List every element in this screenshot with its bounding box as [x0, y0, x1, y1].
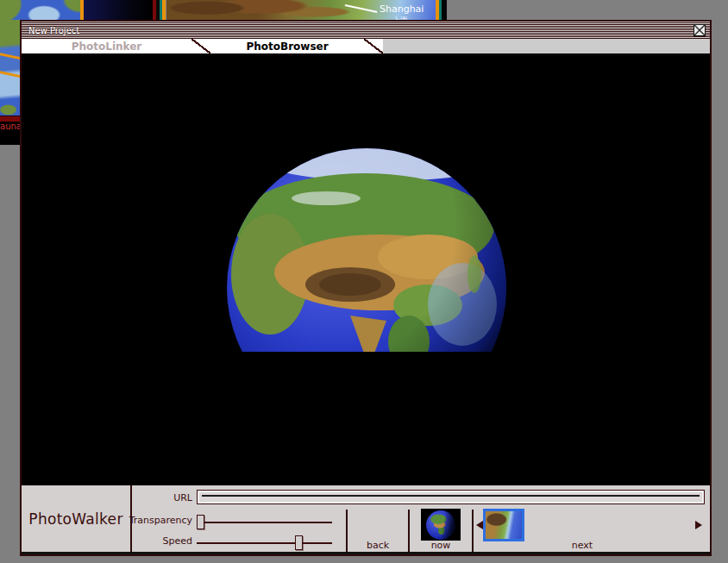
tab-strip-filler: [383, 39, 710, 53]
speed-label: Speed: [134, 535, 192, 547]
desktop: Shanghai 上海 auna New Project PhotoLinker…: [0, 0, 728, 563]
next-arrow-icon[interactable]: [695, 521, 702, 529]
speed-slider-thumb[interactable]: [295, 535, 303, 550]
close-button[interactable]: [693, 24, 706, 36]
background-caption: auna: [0, 122, 21, 145]
map-orange-line-b: [0, 70, 21, 78]
background-dark-strip: [84, 0, 153, 20]
tab-divider-2: [364, 39, 383, 53]
now-button[interactable]: now: [410, 540, 472, 551]
map-label-shanghai: Shanghai: [380, 3, 424, 15]
tab-photolinker[interactable]: PhotoLinker: [22, 39, 191, 53]
speed-slider-track[interactable]: [197, 542, 332, 544]
background-map-terrain: Shanghai 上海: [166, 0, 436, 20]
url-label: URL: [134, 492, 192, 504]
globe-photo[interactable]: [223, 145, 511, 352]
background-red-band: [0, 116, 21, 122]
tab-photobrowser[interactable]: PhotoBrowser: [210, 39, 364, 53]
photowalker-window: New Project PhotoLinker PhotoBrowser: [20, 20, 712, 556]
mini-globe-image: [426, 510, 455, 540]
divider-3: [472, 510, 474, 552]
url-input[interactable]: [197, 490, 705, 504]
control-bar: PhotoWalker URL Transparency Speed back …: [22, 485, 710, 554]
globe-image: [223, 145, 511, 352]
back-button[interactable]: back: [348, 540, 408, 551]
background-black-line-2: [442, 0, 447, 20]
background-map-left: [0, 20, 21, 116]
browser-viewport[interactable]: [22, 55, 710, 485]
tab-divider: [191, 39, 210, 53]
transparency-label: Transparency: [115, 515, 192, 526]
close-icon: [694, 25, 705, 35]
background-orange-line-2: [162, 0, 166, 20]
window-title: New Project: [28, 26, 79, 35]
prev-arrow-icon[interactable]: [476, 521, 483, 529]
map-pointer-line: [345, 4, 378, 13]
now-thumbnail[interactable]: [421, 509, 461, 541]
tab-strip: PhotoLinker PhotoBrowser: [22, 39, 710, 55]
transparency-slider-track[interactable]: [197, 522, 332, 523]
window-titlebar[interactable]: New Project: [22, 22, 710, 39]
next-button[interactable]: next: [539, 540, 625, 551]
url-field-line: [202, 495, 700, 497]
app-brand: PhotoWalker: [28, 510, 122, 528]
map-orange-line-a: [0, 52, 21, 60]
background-map-sea: [0, 0, 80, 20]
transparency-slider-thumb[interactable]: [197, 515, 204, 529]
next-thumbnail-selected[interactable]: [483, 509, 524, 541]
